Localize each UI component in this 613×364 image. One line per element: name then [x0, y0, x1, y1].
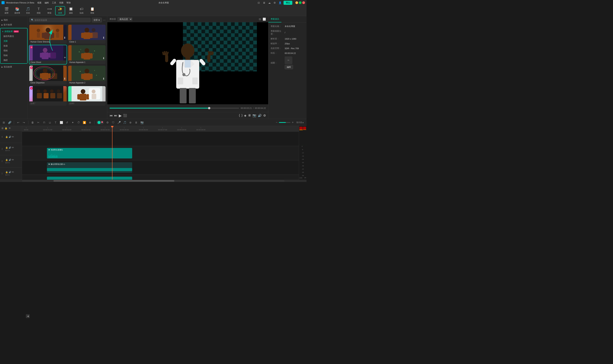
- minimize-button[interactable]: [295, 1, 298, 4]
- scrollbar-thumb[interactable]: [54, 180, 174, 182]
- zoom-slider[interactable]: [279, 122, 290, 123]
- tl-shield-btn[interactable]: 🛡: [111, 120, 116, 125]
- tl-cut-btn[interactable]: ✂: [36, 120, 41, 125]
- tl-snap-btn[interactable]: ⊞: [1, 120, 6, 125]
- more-button[interactable]: ···: [103, 18, 106, 22]
- sidebar-env[interactable]: 環繞: [0, 48, 27, 53]
- stop-btn[interactable]: ⬛: [123, 114, 127, 117]
- effect-item-2[interactable]: ⬇ Clone 1: [68, 25, 106, 44]
- effect-item-6[interactable]: ⬇ Human Apparate 2: [68, 66, 106, 85]
- sidebar-clone[interactable]: 克隆: [0, 39, 27, 43]
- fullscreen-preview-icon[interactable]: ⬜: [263, 18, 266, 21]
- tl-redo-btn[interactable]: ↪: [22, 120, 26, 125]
- settings-ctrl-btn[interactable]: ⚙: [263, 114, 266, 117]
- keyframe-btn[interactable]: ◈: [244, 114, 246, 117]
- track-2-subclip[interactable]: [47, 168, 132, 171]
- track-1-eye[interactable]: 👁: [12, 171, 14, 173]
- tool-audio[interactable]: 🎵 音頻: [23, 6, 33, 15]
- tool-filter[interactable]: 🔲 濾鏡: [66, 6, 76, 15]
- track-1-audio[interactable]: 🔊: [9, 171, 11, 173]
- track-3-eye[interactable]: 👁: [12, 146, 14, 149]
- track-2-lock[interactable]: 🔒: [5, 159, 8, 161]
- effect-item-4[interactable]: ⬇ Human Apparate 1: [68, 45, 106, 64]
- track-4-eye[interactable]: 👁: [12, 136, 14, 138]
- play-btn[interactable]: ▶: [119, 113, 122, 118]
- sidebar-item-audio-effects[interactable]: ▶ 音訊效果: [0, 65, 27, 69]
- menu-tools[interactable]: 工具: [52, 1, 56, 4]
- menu-help[interactable]: 幫助: [67, 1, 71, 4]
- settings-icon[interactable]: ⚙: [273, 1, 277, 5]
- menu-edit[interactable]: 編輯: [45, 1, 49, 4]
- tl-delete-btn[interactable]: 🗑: [30, 120, 35, 125]
- tool-library[interactable]: 📚 素材庫: [12, 6, 22, 15]
- tab-project-info[interactable]: 專案資訊: [268, 16, 281, 22]
- export-button[interactable]: 導出: [284, 1, 292, 5]
- step-back-btn[interactable]: ⏭: [114, 114, 117, 117]
- tl-text-btn[interactable]: T: [53, 120, 58, 125]
- tool-effects[interactable]: ✨ 效果: [55, 6, 65, 15]
- track-2-clip[interactable]: ▶ 數位背景包元素 11: [47, 162, 132, 173]
- tl-undo-btn[interactable]: ↩: [16, 120, 20, 125]
- tool-template[interactable]: 📋 模板: [87, 6, 97, 15]
- tl-adjust-btn[interactable]: ⬜: [59, 120, 64, 125]
- add-icon-3[interactable]: +: [64, 56, 66, 60]
- tl-effect-btn[interactable]: ✦: [70, 120, 75, 125]
- volume-btn[interactable]: 🔊: [258, 114, 262, 117]
- tl-crop-btn[interactable]: ⊓: [42, 120, 46, 125]
- tl-timer-btn[interactable]: ⏱: [76, 120, 81, 125]
- eye-track-btn[interactable]: 👁: [9, 127, 11, 130]
- tl-mic-btn[interactable]: 🎤: [117, 120, 121, 125]
- sidebar-emotion[interactable]: 情緒: [0, 53, 27, 58]
- timeline-progress-bar[interactable]: [109, 108, 239, 108]
- edit-button[interactable]: 編輯: [285, 65, 293, 69]
- sidebar-trace[interactable]: 描邊: [0, 43, 27, 48]
- tl-overlay-btn[interactable]: ⊕: [128, 120, 133, 125]
- effect-item-7[interactable]: ♥ 効果7: [29, 86, 67, 106]
- close-button[interactable]: [302, 1, 305, 4]
- out-point-btn[interactable]: }: [242, 114, 243, 117]
- track-3-audio[interactable]: 🔊: [9, 146, 11, 149]
- lock-track-btn[interactable]: 🔒: [5, 127, 7, 130]
- maximize-button[interactable]: [299, 1, 301, 4]
- track-4-lock[interactable]: 🔒: [5, 136, 8, 138]
- split-view-icon[interactable]: ⊟: [259, 18, 261, 21]
- menu-view[interactable]: 視圖: [59, 1, 63, 4]
- in-point-btn[interactable]: {: [239, 114, 240, 117]
- sidebar-touch[interactable]: 撫鐙: [0, 58, 27, 63]
- effect-item-3[interactable]: ♥ + Clone Ghost: [29, 45, 67, 64]
- effect-item-1[interactable]: ⬇ Human Clone Shinning: [29, 25, 67, 44]
- tl-more-btn[interactable]: ⊕: [88, 120, 92, 125]
- screen-icon[interactable]: 🖥: [262, 1, 266, 5]
- effect-item-8[interactable]: 効果8: [68, 86, 106, 106]
- avatar[interactable]: 👤: [278, 1, 282, 5]
- tl-rotate-btn[interactable]: ↺: [65, 120, 69, 125]
- tl-monitor-btn[interactable]: 🖥: [134, 120, 138, 125]
- sidebar-face[interactable]: 臉部馬賽克: [0, 34, 27, 39]
- tl-indicator-btn[interactable]: 指示器 ▲: [295, 120, 305, 125]
- filter-button[interactable]: 全部 ▼: [92, 18, 102, 22]
- track-1-lock[interactable]: 🔒: [5, 171, 8, 173]
- cloud-icon[interactable]: ☁: [267, 1, 271, 5]
- timeline-thumb[interactable]: [208, 107, 210, 109]
- screen-record-btn[interactable]: 🖥: [248, 114, 251, 117]
- track-3-lock[interactable]: 🔒: [5, 146, 8, 149]
- tl-camera-btn[interactable]: 📷: [140, 120, 144, 125]
- tool-sticker[interactable]: 🏷 貼紙: [77, 6, 87, 15]
- tl-link-btn[interactable]: 🔗: [7, 120, 12, 125]
- video-track-select[interactable]: [97, 121, 101, 124]
- scrollbar-track[interactable]: [22, 180, 285, 182]
- track-3-clip[interactable]: ▶ 色彩對比度優化: [47, 148, 132, 158]
- sidebar-body-effects-header[interactable]: ▼ 身體效果 NEW: [0, 29, 27, 34]
- timeline-scrollbar[interactable]: [0, 180, 306, 182]
- track-2-audio[interactable]: 🔊: [9, 159, 11, 161]
- tool-transition[interactable]: ⟶ 轉場: [44, 6, 54, 15]
- sidebar-item-my[interactable]: ▶ 我的: [0, 18, 27, 22]
- tl-music-btn[interactable]: 🎵: [123, 120, 127, 125]
- timeline-tracks[interactable]: 00:00 00:00:01:00 00:00:02:00 00:00:03:0…: [22, 126, 299, 180]
- tool-media[interactable]: 🎬 媒體: [1, 6, 12, 15]
- tl-gear-btn[interactable]: ⚙: [105, 120, 110, 125]
- fullscreen-icon[interactable]: ⊡: [257, 1, 260, 5]
- effect-item-5[interactable]: ♥ ⬇ Clone Dispertion: [29, 66, 67, 85]
- prev-frame-btn[interactable]: ⏮: [109, 114, 113, 117]
- zoom-plus-btn[interactable]: ＋: [291, 120, 294, 124]
